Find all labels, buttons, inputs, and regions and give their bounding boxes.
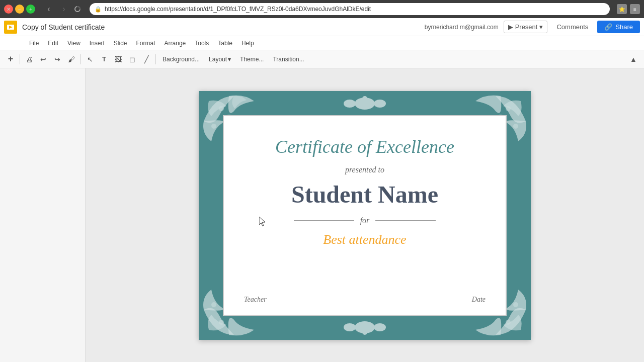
cert-footer: Teacher Date [229,296,501,304]
cert-teacher-label[interactable]: Teacher [244,296,267,304]
slide-panel[interactable] [0,68,86,362]
slides-logo-icon [7,23,15,31]
image-button[interactable]: 🖼 [112,53,125,66]
app-bar: Copy of Student certificate byrnerichard… [0,18,644,36]
svg-point-11 [211,302,216,307]
maximize-button[interactable]: + [26,5,35,14]
line-button[interactable]: ╱ [140,53,153,66]
cert-student-name[interactable]: Student Name [291,180,438,208]
browser-bar: ✕ − + ‹ › 🔒 https://docs.google.com/pres… [0,0,644,18]
lock-icon: 🔒 [95,6,102,13]
text-button[interactable]: T [98,53,111,66]
toolbar-separator-2 [80,54,81,64]
layout-chevron-icon: ▾ [228,56,231,63]
extension-icon[interactable]: ⭐ [617,4,627,14]
layout-label: Layout [209,56,227,63]
comments-button[interactable]: Comments [552,21,592,33]
present-chevron: ▾ [539,23,543,31]
ornament-top-center-icon [335,91,395,116]
cert-for-row: for [239,216,491,225]
layout-button[interactable]: Layout ▾ [205,54,235,64]
menu-slide[interactable]: Slide [110,38,131,48]
toolbar: + 🖨 ↩ ↪ 🖌 ↖ T 🖼 ◻ ╱ Background... Layout… [0,50,644,68]
svg-point-22 [362,330,367,335]
close-button[interactable]: ✕ [4,5,13,14]
svg-point-18 [362,96,367,101]
address-bar[interactable]: 🔒 https://docs.google.com/presentation/d… [90,3,610,15]
forward-button[interactable]: › [57,3,70,16]
menu-bar: File Edit View Insert Slide Format Arran… [0,36,644,50]
browser-extras: ⭐ ≡ [617,4,640,14]
toolbar-separator-1 [20,54,20,64]
loading-spinner-icon [74,6,81,13]
menu-file[interactable]: File [25,38,43,48]
transition-button[interactable]: Transition... [269,54,308,64]
minimize-button[interactable]: − [15,5,24,14]
menu-format[interactable]: Format [132,38,159,48]
menu-tools[interactable]: Tools [191,38,213,48]
theme-label: Theme... [240,56,264,63]
ornament-bottom-center-icon [335,315,395,340]
cert-line-right [375,220,436,221]
browser-controls: ✕ − + [4,5,35,14]
print-button[interactable]: 🖨 [23,53,36,66]
svg-point-21 [374,323,386,331]
cert-achievement[interactable]: Best attendance [323,232,406,247]
transition-label: Transition... [273,56,304,63]
present-icon: ▶ [508,23,513,31]
menu-icon[interactable]: ≡ [630,4,640,14]
background-label: Background... [163,56,200,63]
select-button[interactable]: ↖ [84,53,97,66]
share-button[interactable]: 🔗 Share [597,21,640,33]
undo-button[interactable]: ↩ [37,53,50,66]
theme-button[interactable]: Theme... [236,54,268,64]
document-title[interactable]: Copy of Student certificate [22,23,425,31]
user-email: byrnerichard m@gmail.com [425,24,499,31]
present-label: Present [515,23,538,31]
shapes-button[interactable]: ◻ [126,53,139,66]
canvas-area[interactable]: Certificate of Excellence presented to S… [86,68,644,362]
paint-format-button[interactable]: 🖌 [65,53,78,66]
cert-line-left [294,220,354,221]
svg-point-16 [344,100,356,108]
url-text: https://docs.google.com/presentation/d/1… [105,6,371,13]
menu-edit[interactable]: Edit [44,38,62,48]
app-bar-right: byrnerichard m@gmail.com ▶ Present ▾ Com… [425,21,640,33]
cert-content: Certificate of Excellence presented to S… [229,126,501,310]
svg-point-20 [344,323,356,331]
insert-button[interactable]: + [4,53,17,66]
present-button[interactable]: ▶ Present ▾ [504,21,548,33]
cert-for-label[interactable]: for [360,216,370,225]
share-label: Share [615,23,633,31]
app-logo [4,21,17,34]
back-button[interactable]: ‹ [42,3,55,16]
toolbar-separator-3 [155,54,156,64]
menu-table[interactable]: Table [214,38,236,48]
menu-arrange[interactable]: Arrange [160,38,190,48]
share-icon: 🔗 [604,23,612,31]
slide[interactable]: Certificate of Excellence presented to S… [199,91,531,340]
svg-point-17 [374,100,386,108]
collapse-panel-button[interactable]: ▲ [627,53,640,66]
background-button[interactable]: Background... [158,54,204,64]
menu-view[interactable]: View [63,38,85,48]
svg-point-14 [513,302,518,307]
menu-insert[interactable]: Insert [86,38,109,48]
cert-date-label[interactable]: Date [472,296,486,304]
svg-point-8 [513,124,518,129]
svg-point-5 [211,124,216,129]
redo-button[interactable]: ↪ [51,53,64,66]
menu-help[interactable]: Help [237,38,258,48]
main-area: Certificate of Excellence presented to S… [0,68,644,362]
cert-presented-to[interactable]: presented to [345,165,384,174]
cert-title[interactable]: Certificate of Excellence [275,136,454,157]
